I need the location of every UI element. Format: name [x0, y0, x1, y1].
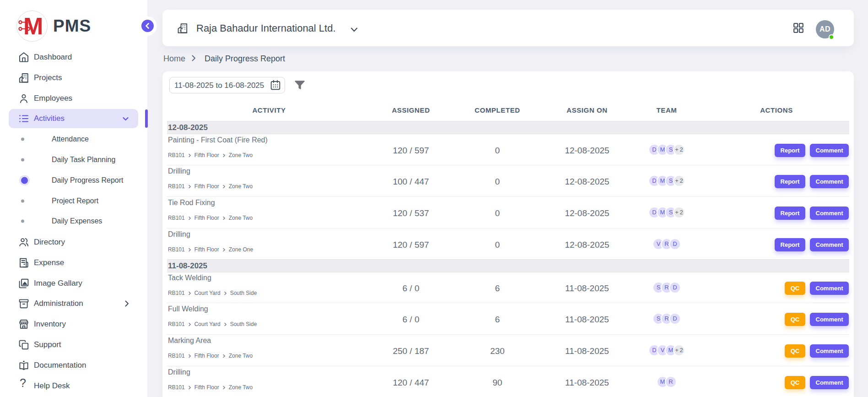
- svg-text:M: M: [23, 13, 43, 39]
